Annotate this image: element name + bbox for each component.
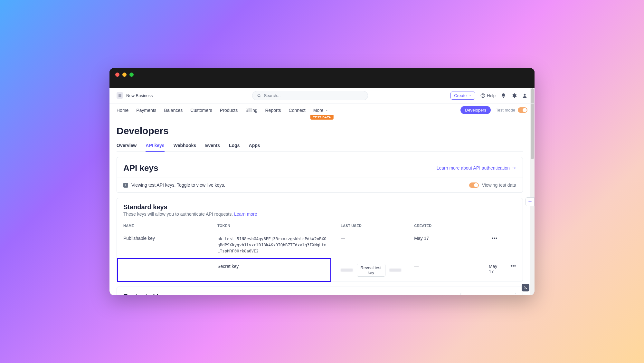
gear-icon	[511, 93, 517, 98]
window-maximize[interactable]	[129, 73, 134, 77]
window-close[interactable]	[115, 73, 119, 77]
nav-links: Home Payments Balances Customers Product…	[117, 104, 329, 117]
window-minimize[interactable]	[122, 73, 127, 77]
test-mode-toggle[interactable]: Test mode	[496, 107, 527, 113]
app-frame: New Business Search... Create Help	[109, 88, 535, 295]
nav-reports[interactable]: Reports	[265, 104, 281, 117]
key-token[interactable]: pk_test_51N8esbG4qy6PEj3BrxozzgskhlcPdkW…	[217, 236, 327, 254]
topbar-right: Create Help	[450, 92, 527, 100]
hidden-token	[341, 269, 353, 272]
standard-keys-card: Standard keys These keys will allow you …	[117, 198, 523, 281]
chevron-down-icon	[325, 108, 329, 112]
create-restricted-key-button[interactable]: Create restricted key	[460, 293, 516, 295]
svg-point-3	[483, 96, 483, 97]
svg-point-4	[524, 93, 526, 95]
standard-keys-table: NAME TOKEN LAST USED CREATED Publishable…	[117, 221, 523, 281]
nav-customers[interactable]: Customers	[190, 104, 212, 117]
floating-add-button[interactable]	[526, 197, 535, 206]
viewing-test-label: Viewing test data	[482, 182, 516, 188]
row-more-button[interactable]: •••	[510, 263, 516, 269]
toggle-icon	[518, 107, 527, 113]
key-lastused: —	[408, 259, 482, 281]
table-row-secret: Secret key Reveal test key — May 17 ••	[117, 259, 523, 281]
user-icon	[522, 93, 527, 98]
plus-icon	[527, 199, 533, 204]
standard-keys-subtitle: These keys will allow you to authenticat…	[123, 211, 516, 217]
developers-pill[interactable]: Developers	[460, 106, 491, 114]
info-icon: i	[123, 183, 128, 188]
test-data-badge: TEST DATA	[310, 115, 334, 120]
tab-logs[interactable]: Logs	[229, 140, 240, 152]
scrollbar[interactable]	[530, 88, 535, 295]
help-link[interactable]: Help	[480, 93, 496, 98]
nav-billing[interactable]: Billing	[245, 104, 257, 117]
key-name: Secret key	[211, 259, 334, 281]
key-name: Publishable key	[117, 231, 211, 259]
key-created: May 17	[408, 231, 482, 259]
main-nav: Home Payments Balances Customers Product…	[109, 103, 535, 117]
nav-products[interactable]: Products	[220, 104, 238, 117]
search-icon	[257, 93, 261, 98]
learn-authentication-link[interactable]: Learn more about API authentication	[437, 165, 516, 171]
create-button[interactable]: Create	[450, 92, 475, 100]
tab-overview[interactable]: Overview	[117, 140, 137, 152]
arrow-right-icon	[512, 166, 516, 170]
standard-keys-title: Standard keys	[123, 203, 516, 211]
notifications-button[interactable]	[501, 93, 506, 98]
titlebar	[109, 68, 535, 88]
col-lastused: LAST USED	[334, 221, 408, 231]
help-label: Help	[487, 93, 496, 98]
brand-name: New Business	[126, 93, 153, 98]
search-placeholder: Search...	[264, 93, 280, 98]
settings-button[interactable]	[511, 93, 517, 98]
tab-api-keys[interactable]: API keys	[146, 140, 164, 152]
page-title: Developers	[117, 125, 523, 136]
chevron-down-icon	[469, 94, 472, 97]
nav-payments[interactable]: Payments	[136, 104, 156, 117]
key-lastused: —	[334, 231, 408, 259]
col-created: CREATED	[408, 221, 482, 231]
brand[interactable]: New Business	[117, 92, 153, 99]
topbar: New Business Search... Create Help	[109, 88, 535, 103]
tab-apps[interactable]: Apps	[249, 140, 260, 152]
bell-icon	[501, 93, 506, 98]
key-created: May 17	[482, 259, 504, 281]
standard-learn-more-link[interactable]: Learn more	[234, 211, 257, 217]
notice-text: Viewing test API keys. Toggle to view li…	[131, 182, 225, 188]
tab-webhooks[interactable]: Webhooks	[174, 140, 196, 152]
help-icon	[480, 93, 485, 98]
account-button[interactable]	[522, 93, 527, 98]
svg-point-0	[258, 94, 260, 97]
tab-events[interactable]: Events	[205, 140, 220, 152]
viewing-test-toggle[interactable]	[469, 182, 479, 188]
search-input[interactable]: Search...	[252, 91, 368, 100]
restricted-keys-card: Restricted keys For greater security, yo…	[117, 287, 523, 295]
tabs: Overview API keys Webhooks Events Logs A…	[117, 140, 523, 152]
card-title: API keys	[123, 163, 158, 173]
row-more-button[interactable]: •••	[492, 236, 497, 241]
api-keys-card: API keys Learn more about API authentica…	[117, 157, 523, 193]
hidden-token	[389, 269, 402, 272]
browser-window: New Business Search... Create Help	[109, 68, 535, 295]
store-icon	[117, 92, 123, 99]
col-name: NAME	[117, 221, 211, 231]
table-row: Publishable key pk_test_51N8esbG4qy6PEj3…	[117, 231, 523, 259]
nav-home[interactable]: Home	[117, 104, 128, 117]
terminal-icon	[524, 285, 528, 289]
nav-balances[interactable]: Balances	[164, 104, 183, 117]
test-keys-notice: i Viewing test API keys. Toggle to view …	[117, 178, 523, 192]
content: Developers Overview API keys Webhooks Ev…	[109, 117, 530, 295]
restricted-title: Restricted keys	[123, 293, 400, 295]
reveal-test-key-button[interactable]: Reveal test key	[357, 264, 385, 277]
nav-connect[interactable]: Connect	[289, 104, 306, 117]
svg-line-1	[260, 96, 260, 97]
col-token: TOKEN	[211, 221, 334, 231]
floating-console-button[interactable]	[522, 284, 529, 291]
create-label: Create	[454, 93, 467, 98]
